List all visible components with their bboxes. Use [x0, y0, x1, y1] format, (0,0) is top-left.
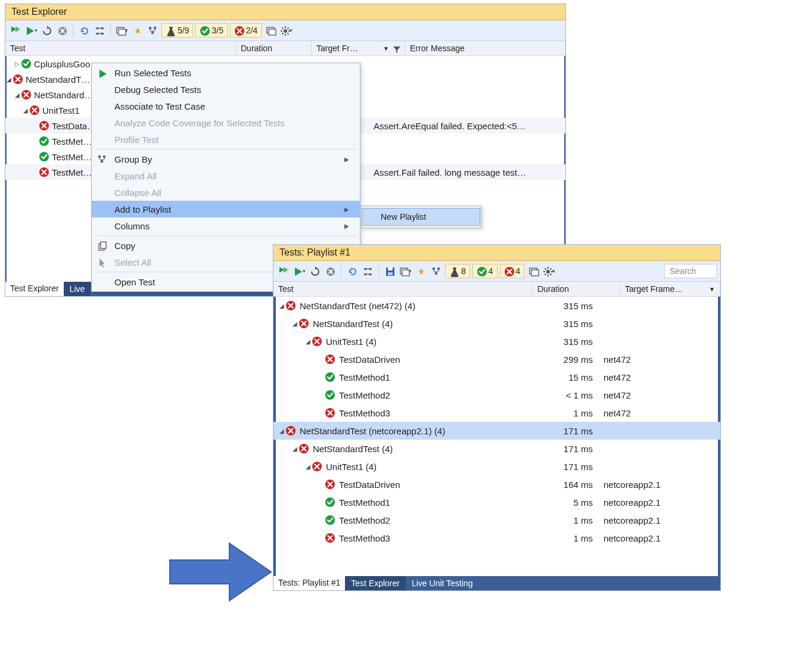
- run-button[interactable]: ▾: [24, 24, 38, 37]
- toolbar: ▾ ▾ 5/9 3/5 2/4 ▾: [5, 20, 565, 41]
- ctx-run[interactable]: Run Selected Tests: [92, 64, 360, 81]
- test-row[interactable]: TestDataDriven164 msnetcoreapp2.1: [273, 475, 720, 493]
- search-input[interactable]: Search: [664, 264, 717, 278]
- filter-icon[interactable]: [391, 44, 400, 52]
- spark-button[interactable]: [130, 24, 144, 37]
- windows-button[interactable]: [527, 265, 540, 278]
- col-error[interactable]: Error Message: [405, 41, 565, 55]
- submenu-new-playlist[interactable]: New Playlist: [362, 208, 480, 226]
- ctx-columns[interactable]: Columns▶: [92, 217, 360, 234]
- status-tab-active[interactable]: Test Explorer: [5, 282, 64, 296]
- expander-icon[interactable]: ◢: [291, 321, 298, 327]
- row-duration: 164 ms: [523, 480, 600, 490]
- test-row[interactable]: ◢NetStandardTest (netcoreapp2.1) (4)171 …: [273, 422, 720, 440]
- refresh-button[interactable]: [77, 24, 91, 37]
- col-test[interactable]: Test: [5, 41, 236, 55]
- test-row[interactable]: ◢NetStandardTest (net472) (4)315 ms: [273, 297, 720, 315]
- counter-value: 2/4: [246, 26, 257, 35]
- repeat-button[interactable]: [308, 265, 321, 278]
- row-duration: 171 ms: [523, 444, 600, 454]
- grid-header: Test Duration Target Fr…▼ Error Message: [5, 41, 565, 56]
- pass-counter[interactable]: 4: [472, 264, 497, 278]
- group-button[interactable]: [93, 24, 106, 37]
- total-counter[interactable]: 5/9: [161, 23, 193, 38]
- fail-icon: [325, 407, 335, 418]
- row-duration: 315 ms: [523, 301, 600, 311]
- row-name: NetStandardTest (4): [313, 444, 393, 454]
- expander-icon[interactable]: ◢: [291, 446, 298, 452]
- row-name: TestDataDriven: [339, 354, 400, 365]
- ctx-groupby[interactable]: Group By▶: [92, 151, 360, 167]
- status-tab-test-explorer[interactable]: Test Explorer: [345, 576, 406, 590]
- row-duration: 5 ms: [523, 497, 600, 508]
- run-button[interactable]: ▾: [293, 265, 306, 278]
- row-duration: < 1 ms: [523, 390, 600, 400]
- pass-icon: [39, 136, 49, 147]
- ctx-add-playlist[interactable]: Add to Playlist▶: [92, 201, 360, 217]
- test-row[interactable]: TestMethod31 msnet472: [273, 404, 720, 422]
- row-duration: 299 ms: [523, 354, 600, 365]
- col-duration[interactable]: Duration: [236, 41, 312, 55]
- hierarchy-button[interactable]: [146, 24, 159, 37]
- playlist-button[interactable]: ▾: [399, 265, 412, 278]
- pass-icon: [325, 515, 335, 525]
- test-row[interactable]: ◢UnitTest1 (4)315 ms: [273, 332, 720, 350]
- expander-icon[interactable]: ◢: [304, 338, 312, 345]
- expander-icon[interactable]: ◢: [304, 463, 312, 470]
- row-name: UnitTest1 (4): [326, 462, 377, 472]
- cancel-button[interactable]: [324, 265, 337, 278]
- repeat-button[interactable]: [40, 24, 53, 37]
- row-name: TestMethod1: [339, 497, 390, 508]
- col-target[interactable]: Target Frame…▼: [620, 282, 720, 296]
- tree-label: TestMet…: [52, 136, 92, 147]
- col-target[interactable]: Target Fr…▼: [312, 41, 405, 55]
- col-test[interactable]: Test: [273, 282, 533, 296]
- test-row[interactable]: ◢NetStandardTest (4)315 ms: [273, 315, 720, 332]
- refresh-button[interactable]: [346, 265, 359, 278]
- test-row[interactable]: TestDataDriven299 msnet472: [273, 350, 720, 368]
- test-row[interactable]: TestMethod2< 1 msnet472: [273, 386, 720, 404]
- test-row[interactable]: TestMethod21 msnetcoreapp2.1: [273, 511, 720, 529]
- spark-button[interactable]: [414, 265, 427, 278]
- row-target: netcoreapp2.1: [600, 497, 720, 508]
- status-tab[interactable]: Live: [64, 282, 91, 296]
- pass-icon: [325, 497, 335, 508]
- expander-icon[interactable]: ◢: [5, 76, 13, 83]
- tree-label: NetStandard…: [34, 90, 93, 100]
- fail-counter[interactable]: 2/4: [230, 23, 262, 38]
- expander-icon[interactable]: ▷: [14, 61, 21, 67]
- status-tab-live-unit-testing[interactable]: Live Unit Testing: [406, 576, 478, 590]
- total-counter[interactable]: 8: [445, 264, 470, 278]
- tree-label: CplusplusGoo…: [34, 59, 99, 69]
- settings-button[interactable]: ▾: [542, 265, 555, 278]
- windows-button[interactable]: [264, 24, 277, 37]
- fail-counter[interactable]: 4: [500, 264, 525, 278]
- ctx-debug[interactable]: Debug Selected Tests: [92, 81, 360, 98]
- ctx-associate[interactable]: Associate to Test Case: [92, 98, 360, 114]
- expander-icon[interactable]: ◢: [22, 107, 29, 114]
- settings-button[interactable]: ▾: [279, 24, 293, 37]
- fail-icon: [21, 89, 32, 100]
- test-row[interactable]: TestMethod115 msnet472: [273, 368, 720, 386]
- expander-icon[interactable]: ◢: [278, 303, 285, 309]
- run-all-button[interactable]: [277, 265, 290, 278]
- test-row[interactable]: ◢NetStandardTest (4)171 ms: [273, 440, 720, 458]
- fail-icon: [39, 167, 49, 178]
- hierarchy-button[interactable]: [430, 265, 443, 278]
- status-label: Tests: Playlist #1: [273, 576, 345, 590]
- expander-icon[interactable]: ◢: [14, 92, 21, 98]
- fail-icon: [298, 318, 309, 329]
- playlist-button[interactable]: ▾: [115, 24, 128, 37]
- pass-icon: [325, 390, 335, 400]
- cancel-button[interactable]: [55, 24, 69, 37]
- test-row[interactable]: ◢UnitTest1 (4)171 ms: [273, 458, 720, 475]
- test-row[interactable]: TestMethod31 msnetcoreapp2.1: [273, 529, 720, 547]
- pass-counter[interactable]: 3/5: [195, 23, 227, 38]
- save-button[interactable]: [383, 265, 396, 278]
- arrow-graphic: [164, 536, 277, 608]
- run-all-button[interactable]: [9, 24, 22, 37]
- expander-icon[interactable]: ◢: [278, 428, 285, 434]
- col-duration[interactable]: Duration: [533, 282, 620, 296]
- test-row[interactable]: TestMethod15 msnetcoreapp2.1: [273, 493, 720, 511]
- group-button[interactable]: [361, 265, 374, 278]
